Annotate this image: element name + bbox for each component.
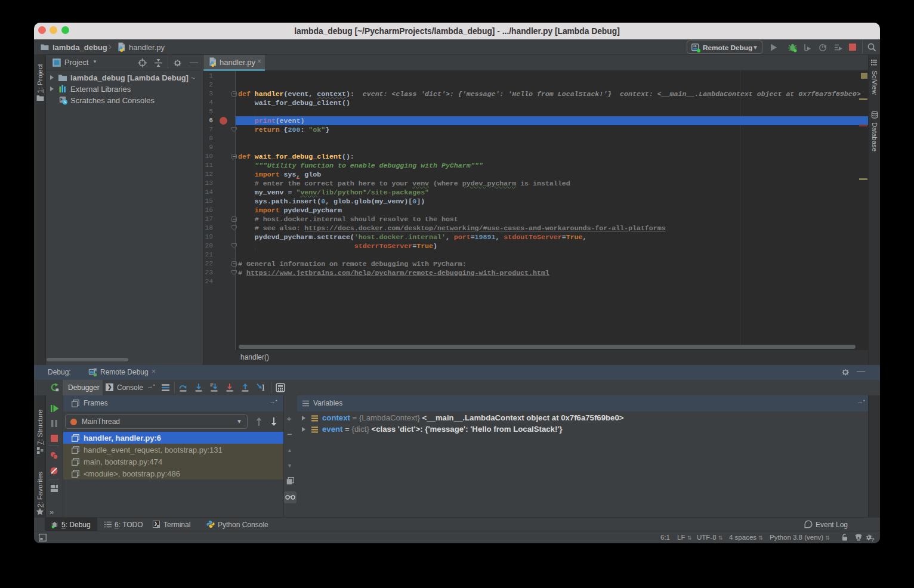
svg-text:?: ? [871,537,875,542]
